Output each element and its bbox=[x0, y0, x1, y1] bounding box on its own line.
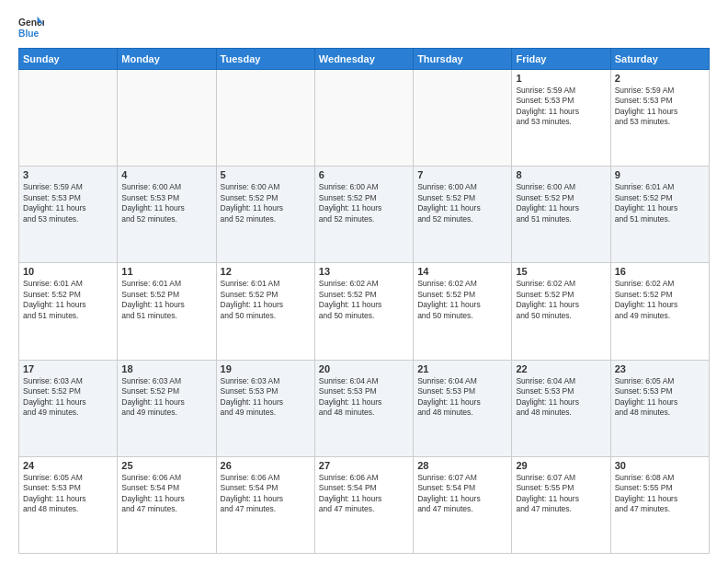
calendar-cell: 10Sunrise: 6:01 AM Sunset: 5:52 PM Dayli… bbox=[19, 263, 118, 360]
weekday-header-monday: Monday bbox=[118, 49, 216, 70]
day-info: Sunrise: 6:04 AM Sunset: 5:53 PM Dayligh… bbox=[319, 376, 409, 419]
day-info: Sunrise: 6:00 AM Sunset: 5:53 PM Dayligh… bbox=[121, 182, 211, 224]
day-info: Sunrise: 6:06 AM Sunset: 5:54 PM Dayligh… bbox=[121, 473, 211, 515]
weekday-header-friday: Friday bbox=[512, 49, 610, 70]
day-info: Sunrise: 6:01 AM Sunset: 5:52 PM Dayligh… bbox=[23, 279, 113, 321]
day-info: Sunrise: 6:00 AM Sunset: 5:52 PM Dayligh… bbox=[417, 182, 507, 224]
calendar-week-1: 1Sunrise: 5:59 AM Sunset: 5:53 PM Daylig… bbox=[19, 70, 710, 167]
day-number: 18 bbox=[121, 363, 211, 374]
calendar-cell: 5Sunrise: 6:00 AM Sunset: 5:52 PM Daylig… bbox=[216, 167, 314, 263]
weekday-header-tuesday: Tuesday bbox=[216, 49, 314, 70]
weekday-header-sunday: Sunday bbox=[19, 49, 118, 70]
day-number: 8 bbox=[516, 169, 606, 180]
calendar-cell: 26Sunrise: 6:06 AM Sunset: 5:54 PM Dayli… bbox=[216, 456, 314, 553]
svg-text:Blue: Blue bbox=[18, 29, 40, 39]
weekday-header-thursday: Thursday bbox=[414, 49, 512, 70]
day-info: Sunrise: 6:08 AM Sunset: 5:55 PM Dayligh… bbox=[615, 473, 705, 515]
day-number: 22 bbox=[516, 363, 606, 374]
day-number: 11 bbox=[121, 266, 211, 277]
calendar-cell: 4Sunrise: 6:00 AM Sunset: 5:53 PM Daylig… bbox=[118, 167, 216, 263]
calendar-cell bbox=[414, 70, 512, 167]
day-info: Sunrise: 6:06 AM Sunset: 5:54 PM Dayligh… bbox=[221, 473, 311, 515]
day-number: 25 bbox=[121, 460, 211, 471]
calendar-cell: 21Sunrise: 6:04 AM Sunset: 5:53 PM Dayli… bbox=[414, 360, 512, 456]
weekday-header-row: SundayMondayTuesdayWednesdayThursdayFrid… bbox=[19, 49, 710, 70]
calendar-cell: 3Sunrise: 5:59 AM Sunset: 5:53 PM Daylig… bbox=[19, 167, 118, 263]
day-number: 19 bbox=[221, 363, 311, 374]
calendar-cell: 20Sunrise: 6:04 AM Sunset: 5:53 PM Dayli… bbox=[314, 360, 413, 456]
weekday-header-saturday: Saturday bbox=[610, 49, 709, 70]
day-number: 4 bbox=[121, 169, 211, 180]
day-info: Sunrise: 6:05 AM Sunset: 5:53 PM Dayligh… bbox=[23, 473, 113, 515]
calendar-cell: 13Sunrise: 6:02 AM Sunset: 5:52 PM Dayli… bbox=[314, 263, 413, 360]
day-number: 9 bbox=[615, 169, 705, 180]
calendar-cell: 17Sunrise: 6:03 AM Sunset: 5:52 PM Dayli… bbox=[19, 360, 118, 456]
day-number: 26 bbox=[221, 460, 311, 471]
calendar-cell: 27Sunrise: 6:06 AM Sunset: 5:54 PM Dayli… bbox=[314, 456, 413, 553]
day-info: Sunrise: 6:03 AM Sunset: 5:52 PM Dayligh… bbox=[121, 376, 211, 419]
calendar-week-2: 3Sunrise: 5:59 AM Sunset: 5:53 PM Daylig… bbox=[19, 167, 710, 263]
day-info: Sunrise: 6:04 AM Sunset: 5:53 PM Dayligh… bbox=[516, 376, 606, 419]
calendar-cell: 29Sunrise: 6:07 AM Sunset: 5:55 PM Dayli… bbox=[512, 456, 610, 553]
day-info: Sunrise: 5:59 AM Sunset: 5:53 PM Dayligh… bbox=[615, 86, 705, 128]
calendar-cell: 7Sunrise: 6:00 AM Sunset: 5:52 PM Daylig… bbox=[414, 167, 512, 263]
calendar-week-5: 24Sunrise: 6:05 AM Sunset: 5:53 PM Dayli… bbox=[19, 456, 710, 553]
calendar-cell: 23Sunrise: 6:05 AM Sunset: 5:53 PM Dayli… bbox=[610, 360, 709, 456]
day-info: Sunrise: 6:02 AM Sunset: 5:52 PM Dayligh… bbox=[516, 279, 606, 321]
calendar-cell: 8Sunrise: 6:00 AM Sunset: 5:52 PM Daylig… bbox=[512, 167, 610, 263]
calendar-cell: 28Sunrise: 6:07 AM Sunset: 5:54 PM Dayli… bbox=[414, 456, 512, 553]
calendar-cell bbox=[19, 70, 118, 167]
calendar-table: SundayMondayTuesdayWednesdayThursdayFrid… bbox=[18, 48, 710, 554]
day-info: Sunrise: 6:06 AM Sunset: 5:54 PM Dayligh… bbox=[319, 473, 409, 515]
day-number: 14 bbox=[417, 266, 507, 277]
day-number: 16 bbox=[615, 266, 705, 277]
day-number: 13 bbox=[319, 266, 409, 277]
day-info: Sunrise: 6:03 AM Sunset: 5:53 PM Dayligh… bbox=[221, 376, 311, 419]
calendar-cell: 1Sunrise: 5:59 AM Sunset: 5:53 PM Daylig… bbox=[512, 70, 610, 167]
day-info: Sunrise: 6:00 AM Sunset: 5:52 PM Dayligh… bbox=[221, 182, 311, 224]
calendar-cell: 22Sunrise: 6:04 AM Sunset: 5:53 PM Dayli… bbox=[512, 360, 610, 456]
day-number: 2 bbox=[615, 73, 705, 84]
logo: General Blue bbox=[18, 15, 44, 40]
calendar-cell: 12Sunrise: 6:01 AM Sunset: 5:52 PM Dayli… bbox=[216, 263, 314, 360]
calendar-cell: 6Sunrise: 6:00 AM Sunset: 5:52 PM Daylig… bbox=[314, 167, 413, 263]
calendar-week-3: 10Sunrise: 6:01 AM Sunset: 5:52 PM Dayli… bbox=[19, 263, 710, 360]
day-number: 24 bbox=[23, 460, 113, 471]
day-number: 5 bbox=[221, 169, 311, 180]
logo-icon: General Blue bbox=[18, 15, 44, 40]
calendar-cell: 25Sunrise: 6:06 AM Sunset: 5:54 PM Dayli… bbox=[118, 456, 216, 553]
day-number: 1 bbox=[516, 73, 606, 84]
calendar-cell: 9Sunrise: 6:01 AM Sunset: 5:52 PM Daylig… bbox=[610, 167, 709, 263]
day-info: Sunrise: 6:00 AM Sunset: 5:52 PM Dayligh… bbox=[319, 182, 409, 224]
calendar-cell: 16Sunrise: 6:02 AM Sunset: 5:52 PM Dayli… bbox=[610, 263, 709, 360]
day-info: Sunrise: 6:05 AM Sunset: 5:53 PM Dayligh… bbox=[615, 376, 705, 419]
day-number: 20 bbox=[319, 363, 409, 374]
day-info: Sunrise: 6:07 AM Sunset: 5:55 PM Dayligh… bbox=[516, 473, 606, 515]
calendar-cell: 24Sunrise: 6:05 AM Sunset: 5:53 PM Dayli… bbox=[19, 456, 118, 553]
calendar-cell bbox=[216, 70, 314, 167]
day-info: Sunrise: 6:07 AM Sunset: 5:54 PM Dayligh… bbox=[417, 473, 507, 515]
header: General Blue bbox=[18, 15, 710, 40]
calendar-cell: 11Sunrise: 6:01 AM Sunset: 5:52 PM Dayli… bbox=[118, 263, 216, 360]
day-info: Sunrise: 6:04 AM Sunset: 5:53 PM Dayligh… bbox=[417, 376, 507, 419]
day-number: 6 bbox=[319, 169, 409, 180]
calendar-cell: 14Sunrise: 6:02 AM Sunset: 5:52 PM Dayli… bbox=[414, 263, 512, 360]
calendar-cell bbox=[118, 70, 216, 167]
day-number: 15 bbox=[516, 266, 606, 277]
day-number: 21 bbox=[417, 363, 507, 374]
day-number: 12 bbox=[221, 266, 311, 277]
day-info: Sunrise: 6:01 AM Sunset: 5:52 PM Dayligh… bbox=[121, 279, 211, 321]
day-number: 3 bbox=[23, 169, 113, 180]
day-info: Sunrise: 5:59 AM Sunset: 5:53 PM Dayligh… bbox=[516, 86, 606, 128]
day-number: 29 bbox=[516, 460, 606, 471]
day-number: 7 bbox=[417, 169, 507, 180]
day-info: Sunrise: 6:02 AM Sunset: 5:52 PM Dayligh… bbox=[615, 279, 705, 321]
day-number: 23 bbox=[615, 363, 705, 374]
page: General Blue SundayMondayTuesdayWednesda… bbox=[0, 0, 728, 563]
day-info: Sunrise: 6:00 AM Sunset: 5:52 PM Dayligh… bbox=[516, 182, 606, 224]
calendar-cell bbox=[314, 70, 413, 167]
day-number: 30 bbox=[615, 460, 705, 471]
day-info: Sunrise: 6:01 AM Sunset: 5:52 PM Dayligh… bbox=[615, 182, 705, 224]
day-info: Sunrise: 6:02 AM Sunset: 5:52 PM Dayligh… bbox=[417, 279, 507, 321]
day-number: 27 bbox=[319, 460, 409, 471]
